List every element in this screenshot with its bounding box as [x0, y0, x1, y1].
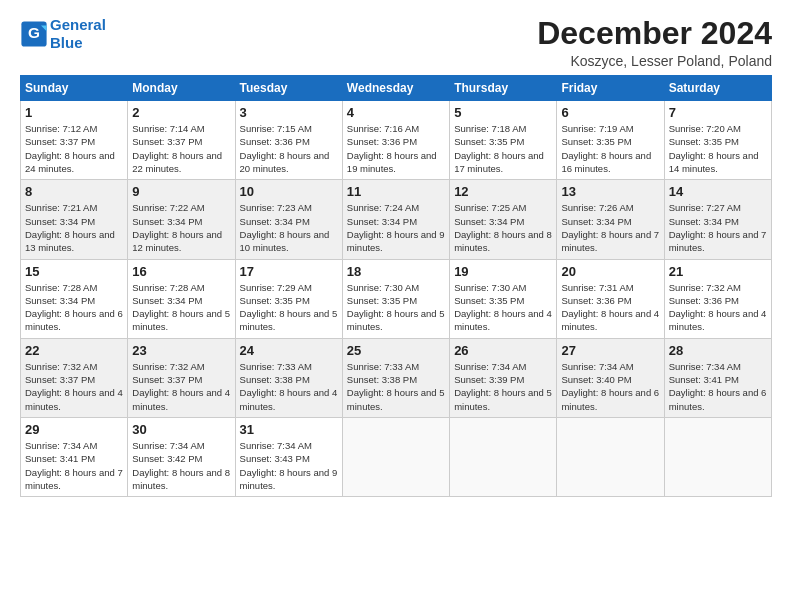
cell-info: Sunrise: 7:21 AMSunset: 3:34 PMDaylight:…	[25, 201, 123, 254]
day-cell: 1Sunrise: 7:12 AMSunset: 3:37 PMDaylight…	[21, 101, 128, 180]
cell-info: Sunrise: 7:29 AMSunset: 3:35 PMDaylight:…	[240, 281, 338, 334]
cell-info: Sunrise: 7:19 AMSunset: 3:35 PMDaylight:…	[561, 122, 659, 175]
cell-info: Sunrise: 7:32 AMSunset: 3:37 PMDaylight:…	[132, 360, 230, 413]
day-number: 14	[669, 184, 767, 199]
cell-info: Sunrise: 7:34 AMSunset: 3:41 PMDaylight:…	[669, 360, 767, 413]
day-number: 5	[454, 105, 552, 120]
day-cell	[557, 417, 664, 496]
week-row-1: 1Sunrise: 7:12 AMSunset: 3:37 PMDaylight…	[21, 101, 772, 180]
day-number: 27	[561, 343, 659, 358]
day-number: 9	[132, 184, 230, 199]
day-cell: 23Sunrise: 7:32 AMSunset: 3:37 PMDayligh…	[128, 338, 235, 417]
day-cell	[664, 417, 771, 496]
day-cell: 29Sunrise: 7:34 AMSunset: 3:41 PMDayligh…	[21, 417, 128, 496]
day-cell	[450, 417, 557, 496]
day-number: 20	[561, 264, 659, 279]
day-number: 30	[132, 422, 230, 437]
day-cell: 25Sunrise: 7:33 AMSunset: 3:38 PMDayligh…	[342, 338, 449, 417]
day-cell: 8Sunrise: 7:21 AMSunset: 3:34 PMDaylight…	[21, 180, 128, 259]
day-number: 2	[132, 105, 230, 120]
cell-info: Sunrise: 7:26 AMSunset: 3:34 PMDaylight:…	[561, 201, 659, 254]
cell-info: Sunrise: 7:34 AMSunset: 3:39 PMDaylight:…	[454, 360, 552, 413]
day-number: 26	[454, 343, 552, 358]
day-cell: 21Sunrise: 7:32 AMSunset: 3:36 PMDayligh…	[664, 259, 771, 338]
logo-icon: G	[20, 20, 48, 48]
day-number: 25	[347, 343, 445, 358]
cell-info: Sunrise: 7:24 AMSunset: 3:34 PMDaylight:…	[347, 201, 445, 254]
day-number: 21	[669, 264, 767, 279]
header-row: SundayMondayTuesdayWednesdayThursdayFrid…	[21, 76, 772, 101]
day-number: 28	[669, 343, 767, 358]
cell-info: Sunrise: 7:34 AMSunset: 3:43 PMDaylight:…	[240, 439, 338, 492]
cell-info: Sunrise: 7:30 AMSunset: 3:35 PMDaylight:…	[454, 281, 552, 334]
header-cell-wednesday: Wednesday	[342, 76, 449, 101]
day-number: 17	[240, 264, 338, 279]
day-number: 31	[240, 422, 338, 437]
cell-info: Sunrise: 7:14 AMSunset: 3:37 PMDaylight:…	[132, 122, 230, 175]
svg-text:G: G	[28, 24, 40, 41]
day-cell: 19Sunrise: 7:30 AMSunset: 3:35 PMDayligh…	[450, 259, 557, 338]
cell-info: Sunrise: 7:18 AMSunset: 3:35 PMDaylight:…	[454, 122, 552, 175]
day-cell: 2Sunrise: 7:14 AMSunset: 3:37 PMDaylight…	[128, 101, 235, 180]
day-cell: 30Sunrise: 7:34 AMSunset: 3:42 PMDayligh…	[128, 417, 235, 496]
day-cell: 14Sunrise: 7:27 AMSunset: 3:34 PMDayligh…	[664, 180, 771, 259]
day-cell: 22Sunrise: 7:32 AMSunset: 3:37 PMDayligh…	[21, 338, 128, 417]
week-row-4: 22Sunrise: 7:32 AMSunset: 3:37 PMDayligh…	[21, 338, 772, 417]
day-number: 8	[25, 184, 123, 199]
week-row-5: 29Sunrise: 7:34 AMSunset: 3:41 PMDayligh…	[21, 417, 772, 496]
cell-info: Sunrise: 7:33 AMSunset: 3:38 PMDaylight:…	[347, 360, 445, 413]
day-number: 15	[25, 264, 123, 279]
cell-info: Sunrise: 7:33 AMSunset: 3:38 PMDaylight:…	[240, 360, 338, 413]
cell-info: Sunrise: 7:25 AMSunset: 3:34 PMDaylight:…	[454, 201, 552, 254]
day-cell: 17Sunrise: 7:29 AMSunset: 3:35 PMDayligh…	[235, 259, 342, 338]
cell-info: Sunrise: 7:32 AMSunset: 3:36 PMDaylight:…	[669, 281, 767, 334]
day-number: 19	[454, 264, 552, 279]
day-number: 6	[561, 105, 659, 120]
day-cell: 16Sunrise: 7:28 AMSunset: 3:34 PMDayligh…	[128, 259, 235, 338]
header-cell-sunday: Sunday	[21, 76, 128, 101]
day-number: 18	[347, 264, 445, 279]
day-cell: 5Sunrise: 7:18 AMSunset: 3:35 PMDaylight…	[450, 101, 557, 180]
day-cell: 4Sunrise: 7:16 AMSunset: 3:36 PMDaylight…	[342, 101, 449, 180]
day-cell: 7Sunrise: 7:20 AMSunset: 3:35 PMDaylight…	[664, 101, 771, 180]
month-title: December 2024	[537, 16, 772, 51]
cell-info: Sunrise: 7:34 AMSunset: 3:40 PMDaylight:…	[561, 360, 659, 413]
cell-info: Sunrise: 7:34 AMSunset: 3:42 PMDaylight:…	[132, 439, 230, 492]
cell-info: Sunrise: 7:32 AMSunset: 3:37 PMDaylight:…	[25, 360, 123, 413]
day-number: 13	[561, 184, 659, 199]
day-cell: 15Sunrise: 7:28 AMSunset: 3:34 PMDayligh…	[21, 259, 128, 338]
header-cell-monday: Monday	[128, 76, 235, 101]
cell-info: Sunrise: 7:22 AMSunset: 3:34 PMDaylight:…	[132, 201, 230, 254]
page-header: G General Blue December 2024 Koszyce, Le…	[20, 16, 772, 69]
cell-info: Sunrise: 7:34 AMSunset: 3:41 PMDaylight:…	[25, 439, 123, 492]
day-number: 16	[132, 264, 230, 279]
header-cell-thursday: Thursday	[450, 76, 557, 101]
day-number: 4	[347, 105, 445, 120]
day-cell: 10Sunrise: 7:23 AMSunset: 3:34 PMDayligh…	[235, 180, 342, 259]
logo-text: General Blue	[50, 16, 106, 52]
day-cell: 26Sunrise: 7:34 AMSunset: 3:39 PMDayligh…	[450, 338, 557, 417]
calendar-table: SundayMondayTuesdayWednesdayThursdayFrid…	[20, 75, 772, 497]
logo: G General Blue	[20, 16, 106, 52]
cell-info: Sunrise: 7:23 AMSunset: 3:34 PMDaylight:…	[240, 201, 338, 254]
day-number: 7	[669, 105, 767, 120]
day-number: 1	[25, 105, 123, 120]
cell-info: Sunrise: 7:28 AMSunset: 3:34 PMDaylight:…	[132, 281, 230, 334]
day-cell: 31Sunrise: 7:34 AMSunset: 3:43 PMDayligh…	[235, 417, 342, 496]
header-cell-saturday: Saturday	[664, 76, 771, 101]
week-row-2: 8Sunrise: 7:21 AMSunset: 3:34 PMDaylight…	[21, 180, 772, 259]
cell-info: Sunrise: 7:31 AMSunset: 3:36 PMDaylight:…	[561, 281, 659, 334]
day-number: 3	[240, 105, 338, 120]
day-cell: 11Sunrise: 7:24 AMSunset: 3:34 PMDayligh…	[342, 180, 449, 259]
day-number: 11	[347, 184, 445, 199]
week-row-3: 15Sunrise: 7:28 AMSunset: 3:34 PMDayligh…	[21, 259, 772, 338]
cell-info: Sunrise: 7:15 AMSunset: 3:36 PMDaylight:…	[240, 122, 338, 175]
day-cell: 24Sunrise: 7:33 AMSunset: 3:38 PMDayligh…	[235, 338, 342, 417]
day-cell	[342, 417, 449, 496]
day-number: 29	[25, 422, 123, 437]
day-cell: 20Sunrise: 7:31 AMSunset: 3:36 PMDayligh…	[557, 259, 664, 338]
day-cell: 13Sunrise: 7:26 AMSunset: 3:34 PMDayligh…	[557, 180, 664, 259]
cell-info: Sunrise: 7:27 AMSunset: 3:34 PMDaylight:…	[669, 201, 767, 254]
day-number: 12	[454, 184, 552, 199]
cell-info: Sunrise: 7:28 AMSunset: 3:34 PMDaylight:…	[25, 281, 123, 334]
